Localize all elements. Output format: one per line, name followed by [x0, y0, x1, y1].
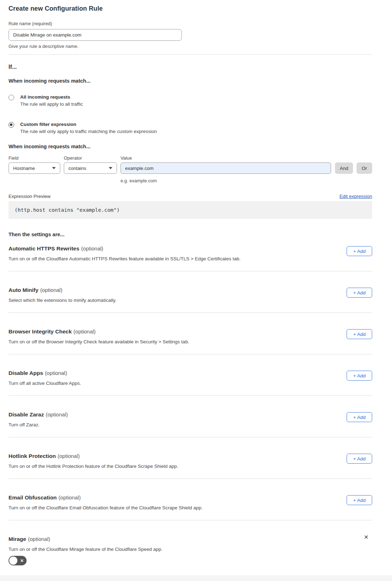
setting-description: Turn off all active Cloudflare Apps.: [9, 381, 81, 386]
rule-name-label: Rule name (required): [9, 21, 372, 26]
setting-description: Turn on or off the Cloudflare Automatic …: [9, 256, 241, 261]
setting-title: Email Obfuscation(optional): [9, 494, 203, 501]
footer-band: [0, 575, 392, 581]
radio-all-requests-desc: The rule will apply to all traffic: [20, 101, 83, 107]
divider: [9, 54, 372, 55]
setting-description: Turn off Zaraz.: [9, 422, 68, 427]
setting-row-email-obfuscation: Email Obfuscation(optional) Turn on or o…: [9, 479, 372, 520]
setting-title: Disable Apps(optional): [9, 370, 81, 376]
optional-tag: (optional): [45, 370, 67, 376]
create-rule-form: Create new Configuration Rule Rule name …: [9, 0, 372, 565]
setting-row-auto-minify: Auto Minify(optional) Select which file …: [9, 271, 372, 313]
mirage-toggle[interactable]: ✕: [9, 556, 27, 565]
toggle-knob: [9, 557, 17, 565]
setting-description: Turn on or off the Cloudflare Mirage fea…: [9, 547, 372, 552]
page-title: Create new Configuration Rule: [9, 5, 372, 12]
rule-name-helper: Give your rule a descriptive name.: [9, 44, 372, 49]
value-label: Value: [121, 155, 132, 161]
add-button-email-obfuscation[interactable]: + Add: [347, 495, 372, 505]
operator-select[interactable]: contains: [64, 162, 117, 174]
setting-row-hotlink-protection: Hotlink Protection(optional) Turn on or …: [9, 437, 372, 479]
radio-option-custom-filter[interactable]: Custom filter expression The rule will o…: [9, 122, 372, 134]
field-label: Field: [9, 155, 64, 161]
add-button-automatic-https-rewrites[interactable]: + Add: [347, 246, 372, 256]
builder-heading: When incoming requests match...: [9, 144, 372, 149]
optional-tag: (optional): [57, 453, 80, 459]
setting-row-browser-integrity-check: Browser Integrity Check(optional) Turn o…: [9, 313, 372, 354]
and-button[interactable]: And: [335, 162, 353, 174]
optional-tag: (optional): [58, 494, 81, 500]
setting-title: Hotlink Protection(optional): [9, 453, 178, 459]
setting-description: Turn on or off the Browser Integrity Che…: [9, 339, 189, 344]
chevron-down-icon: [109, 167, 112, 169]
radio-custom-filter-label: Custom filter expression: [20, 122, 157, 127]
rule-name-input[interactable]: [9, 29, 182, 41]
radio-custom-filter[interactable]: [9, 122, 14, 128]
setting-description: Turn on or off the Hotlink Protection fe…: [9, 464, 178, 469]
expression-preview-label: Expression Preview: [9, 194, 51, 199]
or-button[interactable]: Or: [357, 162, 372, 174]
setting-title: Automatic HTTPS Rewrites(optional): [9, 245, 241, 252]
optional-tag: (optional): [46, 411, 68, 417]
value-input[interactable]: [121, 162, 331, 174]
setting-title: Disable Zaraz(optional): [9, 411, 68, 418]
edit-expression-link[interactable]: Edit expression: [340, 194, 372, 199]
radio-option-all-requests[interactable]: All incoming requests The rule will appl…: [9, 94, 372, 107]
optional-tag: (optional): [28, 536, 50, 542]
setting-row-disable-apps: Disable Apps(optional) Turn off all acti…: [9, 354, 372, 396]
add-button-disable-apps[interactable]: + Add: [347, 371, 372, 381]
field-select[interactable]: Hostname: [9, 162, 60, 174]
setting-description: Turn on or off the Cloudflare Email Obfu…: [9, 505, 203, 510]
if-heading: If...: [9, 64, 372, 70]
radio-all-requests-label: All incoming requests: [20, 94, 83, 100]
setting-row-mirage: ✕ Mirage(optional) Turn on or off the Cl…: [9, 520, 372, 565]
setting-title: Browser Integrity Check(optional): [9, 328, 189, 335]
expression-text: (http.host contains "example.com"): [15, 207, 120, 213]
setting-row-automatic-https-rewrites: Automatic HTTPS Rewrites(optional) Turn …: [9, 237, 372, 271]
optional-tag: (optional): [40, 287, 62, 293]
setting-title: Mirage(optional): [9, 536, 372, 542]
radio-all-requests[interactable]: [9, 95, 14, 100]
close-icon[interactable]: ✕: [364, 535, 369, 540]
expression-preview-box: (http.host contains "example.com"): [9, 201, 372, 219]
match-heading: When incoming requests match...: [9, 78, 372, 84]
operator-label: Operator: [64, 155, 121, 161]
radio-custom-filter-desc: The rule will only apply to traffic matc…: [20, 129, 157, 134]
add-button-auto-minify[interactable]: + Add: [347, 288, 372, 298]
toggle-off-icon: ✕: [20, 558, 24, 563]
operator-select-value: contains: [68, 166, 86, 171]
add-button-disable-zaraz[interactable]: + Add: [347, 412, 372, 422]
add-button-browser-integrity-check[interactable]: + Add: [347, 329, 372, 339]
optional-tag: (optional): [81, 245, 103, 251]
add-button-hotlink-protection[interactable]: + Add: [347, 454, 372, 464]
optional-tag: (optional): [73, 328, 96, 334]
setting-description: Select which file extensions to minify a…: [9, 298, 116, 303]
value-helper: e.g. example.com: [121, 178, 372, 183]
chevron-down-icon: [52, 167, 56, 169]
setting-title: Auto Minify(optional): [9, 287, 116, 293]
field-select-value: Hostname: [13, 166, 35, 171]
setting-row-disable-zaraz: Disable Zaraz(optional) Turn off Zaraz. …: [9, 396, 372, 437]
settings-heading: Then the settings are...: [9, 232, 372, 237]
